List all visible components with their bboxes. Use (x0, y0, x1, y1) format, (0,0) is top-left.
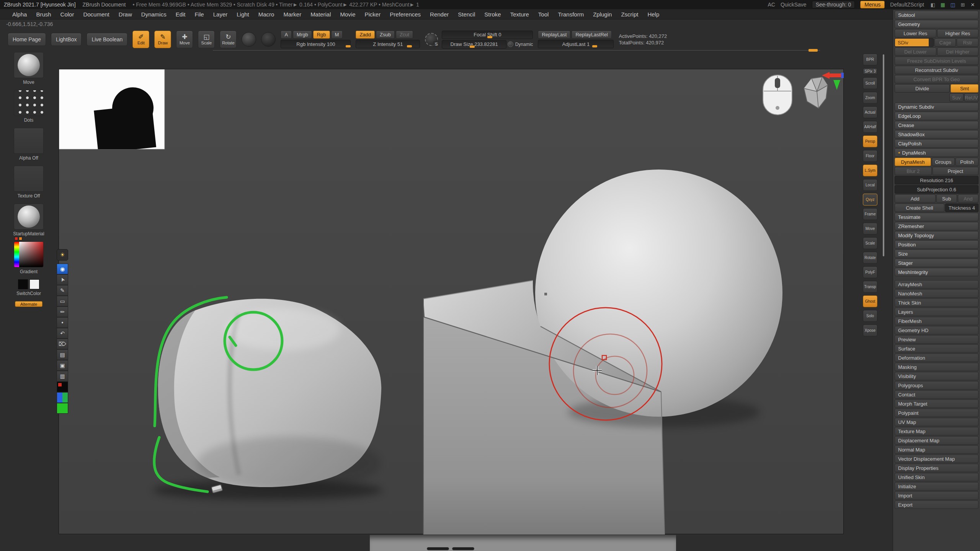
slider-thumb[interactable] (470, 46, 475, 48)
del-higher-button[interactable]: Del Higher (937, 47, 979, 56)
m-toggle[interactable]: M (331, 31, 343, 39)
stroke-icon[interactable]: S (425, 33, 438, 46)
layout-icon[interactable]: ▦ (939, 1, 946, 8)
palette-section[interactable]: Geometry HD (895, 326, 978, 334)
palette-section[interactable]: Morph Target (895, 399, 978, 408)
slider-thumb[interactable] (346, 45, 351, 47)
palette-section[interactable]: Import (895, 491, 978, 500)
palette-section[interactable]: Unified Skin (895, 473, 978, 481)
sh-divider-handle[interactable] (808, 49, 818, 52)
menu-item[interactable]: Document (78, 11, 114, 18)
viewport[interactable]: ☀ ◉ ➤ ✎ ▭ (59, 69, 844, 534)
palette-section[interactable]: Texture Map (895, 427, 978, 435)
menu-item[interactable]: Render (425, 11, 453, 18)
edit-button[interactable]: ✐ Edit (132, 31, 149, 48)
menus-toggle[interactable]: Menus (860, 1, 885, 8)
z-intensity-slider[interactable]: Z Intensity 51 (356, 40, 420, 48)
palette-section[interactable]: Surface (895, 344, 978, 353)
palette-section[interactable]: Polypaint (895, 409, 978, 417)
palette-section[interactable]: NanoMesh (895, 289, 978, 298)
create-shell-button[interactable]: Create Shell (895, 204, 944, 212)
blur-slider[interactable]: Blur 2 (895, 167, 932, 175)
slider-thumb[interactable] (407, 45, 412, 47)
cursor-icon[interactable]: ➤ (57, 274, 68, 285)
right-shelf-button[interactable]: Local (863, 179, 877, 191)
right-shelf-button[interactable]: Rotate (863, 252, 877, 264)
project-toggle[interactable]: Project (933, 167, 978, 175)
collapsed-section[interactable]: Tessimate (895, 213, 978, 221)
menu-item[interactable]: Draw (114, 11, 137, 18)
rotate-button[interactable]: ↻ Rotate (220, 31, 237, 48)
del-lower-button[interactable]: Del Lower (895, 47, 936, 56)
palette-section[interactable]: Deformation (895, 354, 978, 362)
zsub-toggle[interactable]: Zsub (376, 31, 395, 39)
menu-item[interactable]: Stencil (453, 11, 480, 18)
right-shelf-button[interactable]: Scale (863, 237, 877, 249)
palette-section[interactable]: Polygroups (895, 381, 978, 390)
horizontal-scrollbar[interactable] (427, 547, 474, 550)
palette-section[interactable]: Masking (895, 363, 978, 371)
move-button[interactable]: ✚ Move (176, 31, 193, 48)
lightbulb-icon[interactable]: ☀ (57, 249, 68, 261)
collapsed-section[interactable]: ClayPolish (895, 139, 978, 148)
subtool-section[interactable]: Subtool (895, 11, 978, 19)
right-shelf-button[interactable]: Transp (863, 281, 877, 293)
cage-button[interactable]: Cage (934, 38, 956, 47)
and-toggle[interactable]: And (958, 194, 978, 203)
pencil-icon[interactable]: ✏ (57, 306, 68, 317)
collapsed-section[interactable]: MeshIntegrity (895, 268, 978, 276)
dynamesh-section[interactable]: ● DynaMesh (895, 148, 978, 157)
swatch-black-red[interactable] (57, 381, 68, 392)
palette-section[interactable]: Initialize (895, 482, 978, 491)
slider-thumb[interactable] (487, 36, 492, 38)
main-color-swatch[interactable] (18, 279, 28, 289)
smt-toggle[interactable]: Smt (951, 84, 978, 93)
palette-section[interactable]: Export (895, 500, 978, 509)
swatch-blue-green[interactable] (57, 392, 68, 403)
menu-item[interactable]: Zplugin (588, 11, 616, 18)
brush-selector[interactable]: Move (14, 52, 44, 85)
menu-item[interactable]: Tool (534, 11, 554, 18)
subprojection-slider[interactable]: SubProjection 0.6 (895, 185, 978, 194)
hue-bar[interactable] (14, 242, 19, 267)
secondary-color-swatch[interactable] (29, 279, 39, 289)
right-shelf-button[interactable]: Move (863, 223, 877, 235)
apps-icon[interactable]: ⊞ (959, 1, 966, 8)
sculpt-blob[interactable] (158, 299, 381, 490)
saturation-box[interactable] (19, 242, 43, 267)
right-shelf-button[interactable]: Frame (863, 208, 877, 220)
higher-res-button[interactable]: Higher Res (937, 29, 979, 37)
replay-last-rel-button[interactable]: ReplayLastRel (572, 31, 612, 39)
rstr-button[interactable]: Rstr (957, 38, 978, 47)
menu-item[interactable]: Color (56, 11, 79, 18)
menu-item[interactable]: Alpha (8, 11, 31, 18)
menu-item[interactable]: Movie (335, 11, 360, 18)
right-shelf-button[interactable]: Qxyz (863, 194, 877, 205)
palette-section[interactable]: FiberMesh (895, 317, 978, 325)
palette-section[interactable]: UV Map (895, 418, 978, 426)
menu-item[interactable]: File (190, 11, 209, 18)
right-shelf-button[interactable]: Xpose (863, 324, 877, 336)
tray-scrollbar[interactable] (883, 54, 884, 256)
live-boolean-button[interactable]: Live Boolean (87, 33, 127, 46)
display-icon[interactable]: ◫ (949, 1, 956, 8)
eye-icon[interactable]: ◉ (57, 264, 68, 274)
menu-item[interactable]: Edit (171, 11, 190, 18)
collapsed-section[interactable]: Dynamic Subdiv (895, 103, 978, 111)
delete-icon[interactable]: ⌦ (57, 339, 68, 349)
replay-last-button[interactable]: ReplayLast (538, 31, 570, 39)
lightbox-button[interactable]: LightBox (51, 33, 82, 46)
printer-icon[interactable]: ▤ (57, 349, 68, 360)
alpha-selector[interactable]: Alpha Off (14, 128, 44, 161)
zadd-toggle[interactable]: Zadd (356, 31, 375, 39)
palette-section[interactable]: Display Properties (895, 464, 978, 472)
bpr-button[interactable]: BPR (863, 54, 877, 65)
groups-toggle[interactable]: Groups (932, 158, 955, 166)
palette-section[interactable]: Visibility (895, 372, 978, 380)
right-shelf-button[interactable]: AAHalf (863, 121, 877, 133)
menu-item[interactable]: Brush (31, 11, 56, 18)
quicksave-button[interactable]: QuickSave (781, 2, 807, 8)
dot-brush-icon[interactable]: • (57, 317, 68, 328)
right-shelf-button[interactable]: Persp (863, 135, 877, 147)
texture-selector[interactable]: Texture Off (14, 166, 44, 199)
